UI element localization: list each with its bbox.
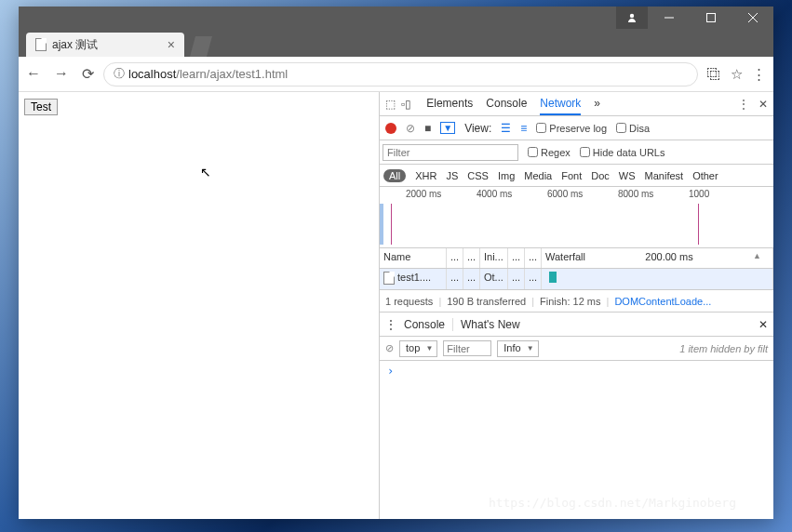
titlebar	[19, 7, 773, 29]
nav-buttons: ← → ⟳	[26, 65, 94, 83]
tab-close-icon[interactable]: ×	[168, 37, 175, 52]
context-select[interactable]: top	[399, 340, 437, 357]
site-info-icon[interactable]: ⓘ	[114, 66, 125, 82]
type-font[interactable]: Font	[561, 170, 582, 181]
network-summary: 1 requests| 190 B transferred| Finish: 1…	[380, 290, 773, 313]
hide-urls-checkbox[interactable]: Hide data URLs	[580, 147, 665, 158]
type-media[interactable]: Media	[524, 170, 552, 181]
view-label: View:	[464, 122, 491, 135]
tick: 4000 ms	[477, 189, 547, 199]
tab-console[interactable]: Console	[486, 93, 527, 115]
summary-requests: 1 requests	[385, 296, 433, 307]
summary-dcl: DOMContentLoade...	[614, 296, 711, 307]
tab-title: ajax 测试	[52, 37, 98, 53]
type-all[interactable]: All	[383, 169, 406, 182]
request-initiator: Ot...	[480, 269, 508, 289]
menu-icon[interactable]: ⋮	[752, 66, 766, 83]
view-list-icon[interactable]: ☰	[501, 122, 511, 135]
type-doc[interactable]: Doc	[591, 170, 610, 181]
bookmark-icon[interactable]: ☆	[731, 66, 743, 83]
svg-rect-2	[706, 14, 715, 22]
hidden-items-label: 1 item hidden by filt	[679, 343, 768, 354]
page-icon	[35, 38, 47, 51]
th-waterfall[interactable]: Waterfall200.00 ms▲	[542, 248, 773, 268]
th-col[interactable]: ...	[508, 248, 525, 268]
inspect-icon[interactable]: ⬚	[385, 98, 396, 111]
view-frames-icon[interactable]: ≡	[520, 122, 527, 135]
sort-icon: ▲	[753, 251, 761, 265]
translate-icon[interactable]: ⿻	[707, 66, 721, 83]
tab-elements[interactable]: Elements	[426, 93, 473, 115]
file-icon	[383, 272, 395, 285]
clear-console-icon[interactable]: ⊘	[385, 342, 394, 354]
tab-overflow-icon[interactable]: »	[594, 93, 600, 115]
type-js[interactable]: JS	[446, 170, 458, 181]
address-bar: ← → ⟳ ⓘ localhost/learn/ajax/test1.html …	[19, 57, 773, 92]
content-area: Test ↖ ⬚ ▫▯ Elements Console Network » ⋮…	[19, 92, 773, 519]
back-button[interactable]: ←	[26, 65, 41, 83]
record-button[interactable]	[385, 123, 396, 134]
drawer-close-icon[interactable]: ✕	[758, 318, 768, 331]
cursor-icon: ↖	[200, 165, 211, 180]
network-timeline[interactable]: 2000 ms 4000 ms 6000 ms 8000 ms 1000	[380, 187, 773, 248]
devtools-tabbar: ⬚ ▫▯ Elements Console Network » ⋮ ✕	[380, 92, 773, 116]
request-table: Name ... ... Ini... ... ... Waterfall200…	[380, 248, 773, 290]
drawer-tab-whatsnew[interactable]: What's New	[461, 318, 520, 331]
drawer-menu-icon[interactable]: ⋮	[385, 318, 396, 331]
forward-button[interactable]: →	[54, 65, 69, 83]
th-name[interactable]: Name	[380, 248, 447, 268]
close-button[interactable]	[732, 7, 773, 29]
browser-tab[interactable]: ajax 测试 ×	[26, 33, 184, 57]
clear-button[interactable]: ⊘	[406, 122, 415, 135]
drawer-tab-console[interactable]: Console	[404, 318, 453, 331]
browser-window: ajax 测试 × ← → ⟳ ⓘ localhost/learn/ajax/t…	[19, 7, 773, 519]
type-img[interactable]: Img	[498, 170, 515, 181]
devtools-menu-icon[interactable]: ⋮	[738, 98, 749, 111]
console-toolbar: ⊘ top Info 1 item hidden by filt	[380, 337, 773, 361]
screenshot-icon[interactable]: ■	[424, 122, 431, 135]
tick: 8000 ms	[618, 189, 689, 199]
svg-point-0	[630, 14, 634, 18]
omnibox[interactable]: ⓘ localhost/learn/ajax/test1.html	[103, 62, 698, 86]
type-ws[interactable]: WS	[619, 170, 636, 181]
timeline-marker	[391, 204, 392, 245]
summary-finish: Finish: 12 ms	[540, 296, 600, 307]
tick: 2000 ms	[406, 189, 477, 199]
watermark: https://blog.csdn.net/Markginoberg	[489, 496, 736, 510]
type-manifest[interactable]: Manifest	[645, 170, 684, 181]
url-host: localhost	[128, 67, 176, 81]
console-filter-input[interactable]	[443, 340, 491, 356]
type-other[interactable]: Other	[692, 170, 718, 181]
test-button[interactable]: Test	[24, 99, 58, 115]
disable-cache-checkbox[interactable]: Disa	[616, 123, 650, 134]
filter-input[interactable]	[383, 144, 518, 161]
filter-toggle-icon[interactable]: ▼	[440, 122, 455, 134]
timeline-marker	[698, 204, 699, 245]
tick: 6000 ms	[547, 189, 618, 199]
page-viewport: Test ↖	[19, 92, 380, 519]
request-type-filter: All XHR JS CSS Img Media Font Doc WS Man…	[380, 165, 773, 187]
table-row[interactable]: test1.... ... ... Ot... ... ...	[380, 269, 773, 289]
level-select[interactable]: Info	[497, 340, 538, 357]
th-col[interactable]: ...	[525, 248, 542, 268]
url-path: /learn/ajax/test1.html	[176, 67, 288, 81]
reload-button[interactable]: ⟳	[82, 65, 94, 83]
th-col[interactable]: ...	[447, 248, 463, 268]
user-icon[interactable]	[616, 7, 648, 29]
device-icon[interactable]: ▫▯	[401, 98, 411, 111]
th-initiator[interactable]: Ini...	[480, 248, 508, 268]
regex-checkbox[interactable]: Regex	[528, 147, 571, 158]
new-tab-button[interactable]	[190, 36, 212, 57]
preserve-log-checkbox[interactable]: Preserve log	[536, 123, 607, 134]
type-xhr[interactable]: XHR	[415, 170, 436, 181]
minimize-button[interactable]	[648, 7, 690, 29]
type-css[interactable]: CSS	[467, 170, 489, 181]
devtools-close-icon[interactable]: ✕	[758, 98, 768, 111]
tab-network[interactable]: Network	[540, 93, 581, 115]
network-toolbar: ⊘ ■ ▼ View: ☰ ≡ Preserve log Disa	[380, 116, 773, 140]
console-output[interactable]: ›	[380, 361, 773, 381]
th-col[interactable]: ...	[463, 248, 480, 268]
timeline-band	[380, 204, 383, 245]
maximize-button[interactable]	[690, 7, 732, 29]
tick: 1000	[689, 189, 759, 199]
